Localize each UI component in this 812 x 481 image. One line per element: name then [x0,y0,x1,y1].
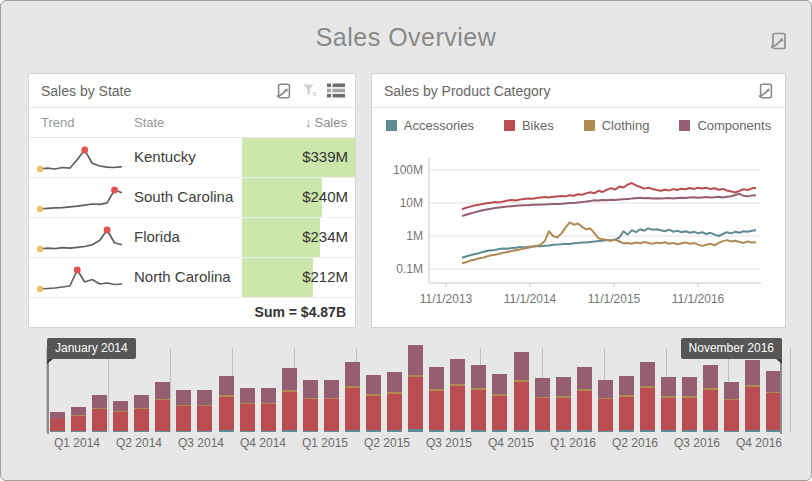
month-bar[interactable] [577,367,592,432]
state-name: Kentucky [134,148,196,165]
column-header-trend[interactable]: Trend [41,115,74,130]
svg-text:11/1/2013: 11/1/2013 [420,292,473,306]
month-bar[interactable] [387,372,402,432]
chart-legend: Accessories Bikes Clothing Components [372,108,785,142]
month-bar[interactable] [619,376,634,432]
month-bar[interactable] [556,377,571,432]
column-header-state[interactable]: State [134,115,164,130]
month-bar[interactable] [598,380,613,432]
month-bar[interactable] [71,407,86,432]
sales-value: $240M [302,188,348,205]
sales-cell: $212M [242,258,355,297]
export-icon[interactable] [275,82,293,100]
table-row[interactable]: Florida $234M [29,218,355,258]
quarter-label: Q2 2016 [612,436,658,450]
month-bar[interactable] [724,382,739,432]
month-bar[interactable] [492,374,507,432]
sort-desc-icon: ↓ [305,115,312,130]
month-bar[interactable] [113,401,128,432]
panel-title: Sales by Product Category [384,83,757,99]
dashboard: Sales Overview Sales by State [0,0,812,481]
month-bar[interactable] [640,362,655,432]
quarter-label: Q3 2015 [426,436,472,450]
month-bar[interactable] [155,382,170,432]
month-bar[interactable] [745,360,760,432]
quarter-separator [790,348,791,432]
month-bar[interactable] [261,388,276,432]
range-selector-axis-labels: Q1 2014Q2 2014Q3 2014Q4 2014Q1 2015Q2 20… [41,436,793,452]
table-row[interactable]: South Carolina $240M [29,178,355,218]
month-bar[interactable] [408,345,423,432]
range-selector: January 2014 November 2016 Q1 2014Q2 201… [41,338,793,456]
export-icon[interactable] [757,82,775,100]
month-bar[interactable] [176,390,191,432]
month-bar[interactable] [682,377,697,432]
panel-title: Sales by State [41,83,275,99]
sales-by-category-panel: Sales by Product Category Accessories Bi… [371,73,786,328]
state-name: Florida [134,228,180,245]
column-header-sales[interactable]: ↓Sales [305,115,347,130]
month-bar[interactable] [219,376,234,432]
svg-text:100M: 100M [393,163,423,177]
month-bar[interactable] [366,375,381,432]
svg-text:10M: 10M [400,196,423,210]
sales-cell: $240M [242,178,355,217]
sum-total: Sum = $4.87B [255,304,346,320]
quarter-label: Q4 2015 [488,436,534,450]
quarter-label: Q4 2014 [240,436,286,450]
range-selector-chart[interactable] [41,348,793,432]
range-end-badge[interactable]: November 2016 [681,338,782,359]
quarter-label: Q4 2016 [736,436,782,450]
card-layout-icon[interactable] [327,83,345,98]
category-line-chart[interactable]: 100M10M1M0.1M11/1/201311/1/201411/1/2015… [372,142,785,326]
legend-swatch [584,120,595,131]
month-bar[interactable] [134,395,149,432]
month-bar[interactable] [303,380,318,432]
trend-sparkline [35,223,127,253]
range-start-badge[interactable]: January 2014 [47,338,136,359]
page-title: Sales Overview [1,23,811,52]
month-bar[interactable] [535,378,550,432]
export-icon[interactable] [769,31,789,51]
legend-item-components: Components [679,118,771,133]
month-bar[interactable] [240,388,255,432]
legend-swatch [679,120,690,131]
state-name: South Carolina [134,188,233,205]
month-bar[interactable] [450,359,465,432]
quarter-separator [108,348,109,432]
trend-sparkline [35,183,127,213]
svg-text:11/1/2016: 11/1/2016 [672,292,725,306]
legend-item-accessories: Accessories [386,118,474,133]
sales-cell: $234M [242,218,355,257]
month-bar[interactable] [514,352,529,432]
month-bar[interactable] [429,367,444,432]
svg-text:11/1/2014: 11/1/2014 [504,292,557,306]
quarter-label: Q2 2015 [364,436,410,450]
quarter-label: Q1 2015 [302,436,348,450]
month-bar[interactable] [345,362,360,432]
clear-filter-icon[interactable] [302,83,318,99]
month-bar[interactable] [471,365,486,432]
quarter-label: Q2 2014 [116,436,162,450]
quarter-label: Q3 2016 [674,436,720,450]
grid-footer: Sum = $4.87B [29,298,355,328]
legend-item-clothing: Clothing [584,118,650,133]
legend-item-bikes: Bikes [504,118,554,133]
sales-value: $234M [302,228,348,245]
sales-cell: $339M [242,138,355,177]
quarter-label: Q1 2014 [54,436,100,450]
month-bar[interactable] [92,395,107,432]
month-bar[interactable] [661,377,676,432]
trend-sparkline [35,143,127,173]
legend-swatch [386,120,397,131]
table-row[interactable]: Kentucky $339M [29,138,355,178]
sales-by-state-header: Sales by State [29,74,355,108]
svg-text:0.1M: 0.1M [396,262,423,276]
month-bar[interactable] [50,412,65,432]
month-bar[interactable] [703,365,718,432]
svg-text:1M: 1M [406,229,423,243]
month-bar[interactable] [282,368,297,432]
month-bar[interactable] [197,390,212,432]
table-row[interactable]: North Carolina $212M [29,258,355,298]
month-bar[interactable] [324,380,339,432]
